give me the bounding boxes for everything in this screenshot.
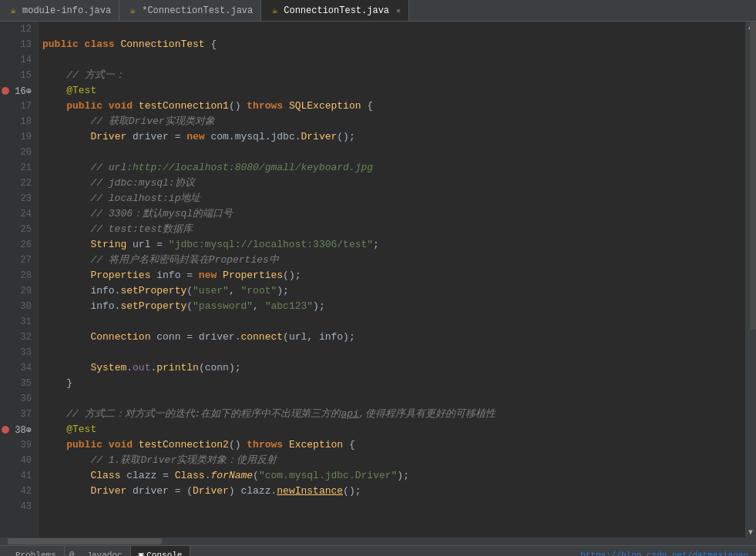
status-link[interactable]: https://blog.csdn.net/datmaxiaoao bbox=[580, 551, 748, 557]
tab-connection-test-1[interactable]: ☕ *ConnectionTest.java bbox=[119, 0, 261, 21]
line-num-29: 29 bbox=[11, 286, 38, 296]
gutter-row-22: 22 bbox=[0, 176, 38, 191]
comment-37b: ,使得程序具有更好的可移植性 bbox=[359, 407, 496, 422]
scroll-down-button[interactable]: ▼ bbox=[745, 527, 756, 538]
code-line-37: // 方式二：对方式一的迭代:在如下的程序中不出现第三方的 api ,使得程序具… bbox=[42, 407, 745, 422]
vertical-scrollbar[interactable]: ▲ ▼ bbox=[745, 22, 756, 538]
code-line-12 bbox=[42, 22, 745, 37]
str-abc123: "abc123" bbox=[265, 299, 313, 314]
java-icon-3: ☕ bbox=[269, 5, 280, 16]
var-clazz: clazz = bbox=[126, 468, 174, 484]
gutter-row-32: 32 bbox=[0, 330, 38, 345]
comment-23: // localhost:ip地址 bbox=[42, 191, 200, 206]
method-testconnection2: testConnection2 bbox=[139, 437, 229, 453]
code-line-38: @Test bbox=[42, 422, 745, 437]
comment-37-api: api bbox=[341, 407, 358, 422]
breakpoint-area-16[interactable] bbox=[0, 87, 11, 95]
kw-public-39: public bbox=[66, 437, 109, 453]
method-setproperty-30: setProperty bbox=[120, 299, 186, 314]
kw-public-17: public bbox=[66, 99, 109, 114]
line-num-32: 32 bbox=[11, 332, 38, 343]
line-num-40: 40 bbox=[11, 455, 38, 466]
tab-separator-1: @ bbox=[65, 551, 79, 557]
type-class-41: Class bbox=[90, 468, 126, 484]
paren-29b: ); bbox=[277, 283, 289, 299]
gutter-row-30: 30 bbox=[0, 299, 38, 314]
comment-22: // jdbc:mysql:协议 bbox=[42, 176, 195, 191]
str-root: "root" bbox=[240, 283, 277, 299]
code-line-39: public void testConnection2 () throws Ex… bbox=[42, 437, 745, 453]
gutter-row-23: 23 bbox=[0, 191, 38, 206]
type-sqlexception: SQLException bbox=[289, 99, 367, 114]
indent-26 bbox=[42, 237, 90, 253]
console-tab[interactable]: ▣ Console bbox=[131, 546, 191, 557]
line-num-16: 16⊕ bbox=[11, 85, 38, 97]
brace-close-35: } bbox=[42, 376, 72, 391]
var-info: info = bbox=[156, 268, 199, 283]
code-line-22: // jdbc:mysql:协议 bbox=[42, 176, 745, 191]
horizontal-scrollbar[interactable] bbox=[0, 538, 756, 545]
method-println: println bbox=[156, 360, 199, 376]
gutter-row-21: 21 bbox=[0, 160, 38, 176]
breakpoint-16 bbox=[2, 87, 9, 95]
code-line-24: // 3306：默认mysql的端口号 bbox=[42, 206, 745, 222]
line-num-15: 15 bbox=[11, 70, 38, 81]
type-driver-42: Driver bbox=[90, 484, 133, 499]
tab-close-icon[interactable]: ✕ bbox=[396, 6, 401, 15]
code-line-15: // 方式一： bbox=[42, 68, 745, 83]
line-num-25: 25 bbox=[11, 224, 38, 235]
gutter-row-24: 24 bbox=[0, 206, 38, 222]
code-line-16: @Test bbox=[42, 83, 745, 99]
tab-module-info[interactable]: ☕ module-info.java bbox=[0, 0, 119, 21]
gutter-row-43: 43 bbox=[0, 499, 38, 514]
line-num-17: 17 bbox=[11, 101, 38, 112]
scroll-thumb[interactable] bbox=[750, 22, 756, 330]
paren-41b: ); bbox=[397, 468, 409, 484]
gutter-row-31: 31 bbox=[0, 314, 38, 330]
dot-34a: . bbox=[126, 360, 133, 376]
tab-bar: ☕ module-info.java ☕ *ConnectionTest.jav… bbox=[0, 0, 756, 22]
gutter-row-37: 37 bbox=[0, 407, 38, 422]
line-num-27: 27 bbox=[11, 255, 38, 266]
gutter-row-38: 38⊕ bbox=[0, 422, 38, 437]
paren-30a: ( bbox=[186, 299, 193, 314]
line-num-24: 24 bbox=[11, 209, 38, 219]
h-scroll-thumb[interactable] bbox=[8, 538, 162, 544]
gutter-row-26: 26 bbox=[0, 237, 38, 253]
semi-42: (); bbox=[343, 484, 361, 499]
indent-39 bbox=[42, 437, 66, 453]
line-num-28: 28 bbox=[11, 270, 38, 281]
str-driver-fqn: "com.mysql.jdbc.Driver" bbox=[259, 468, 397, 484]
field-out: out bbox=[133, 360, 150, 376]
javadoc-tab[interactable]: Javadoc bbox=[79, 546, 130, 557]
blog-link[interactable]: https://blog.csdn.net/datmaxiaoao bbox=[580, 551, 748, 557]
method-connect: connect bbox=[240, 330, 283, 345]
tab-connection-test-2[interactable]: ☕ ConnectionTest.java ✕ bbox=[261, 0, 409, 21]
comma-30: , bbox=[253, 299, 265, 314]
breakpoint-area-38[interactable] bbox=[0, 426, 11, 434]
code-line-14 bbox=[42, 52, 745, 68]
breakpoint-38 bbox=[2, 426, 9, 434]
gutter-row-28: 28 bbox=[0, 268, 38, 283]
java-icon-1: ☕ bbox=[8, 5, 18, 16]
code-editor[interactable]: public class ConnectionTest { // 方式一： @T… bbox=[39, 22, 745, 538]
gutter-row-34: 34 bbox=[0, 360, 38, 376]
comment-27: // 将用户名和密码封装在Properties中 bbox=[42, 253, 279, 268]
var-driver-42: driver = ( bbox=[133, 484, 193, 499]
parens-39: () bbox=[229, 437, 247, 453]
line-num-42: 42 bbox=[11, 486, 38, 497]
brace-17: { bbox=[367, 99, 373, 114]
code-line-23: // localhost:ip地址 bbox=[42, 191, 745, 206]
code-line-40: // 1.获取Driver实现类对象：使用反射 bbox=[42, 453, 745, 468]
indent-34 bbox=[42, 360, 90, 376]
code-line-33 bbox=[42, 345, 745, 360]
problems-tab[interactable]: Problems bbox=[8, 546, 65, 557]
gutter-row-39: 39 bbox=[0, 437, 38, 453]
var-conn: conn = driver. bbox=[156, 330, 240, 345]
code-line-42: Driver driver = ( Driver ) clazz. newIns… bbox=[42, 484, 745, 499]
code-line-26: String url = "jdbc:mysql://localhost:330… bbox=[42, 237, 745, 253]
comma-29: , bbox=[229, 283, 241, 299]
method-setproperty-29: setProperty bbox=[120, 283, 186, 299]
code-line-41: Class clazz = Class . forName ( "com.mys… bbox=[42, 468, 745, 484]
gutter-row-42: 42 bbox=[0, 484, 38, 499]
